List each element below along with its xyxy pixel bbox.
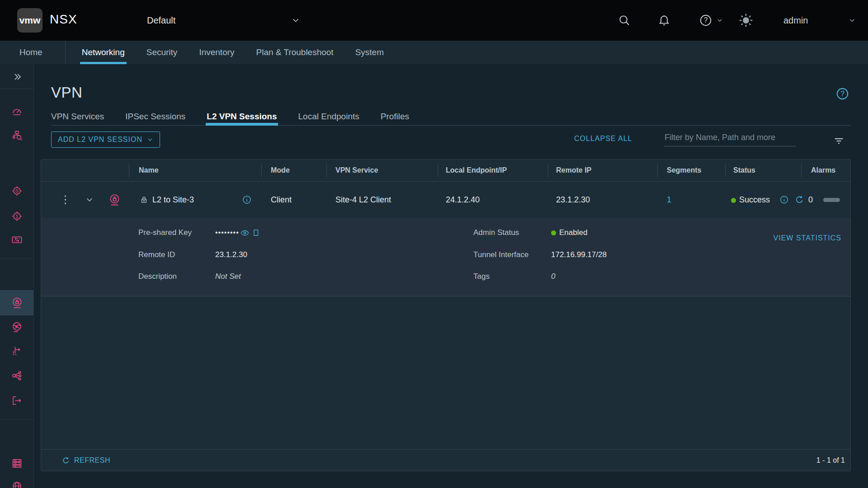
tab-profiles[interactable]: Profiles	[381, 108, 409, 125]
user-menu-chevron-icon[interactable]	[848, 16, 856, 24]
view-statistics-link[interactable]: VIEW STATISTICS	[774, 234, 841, 242]
sidebar-item-ip-pools[interactable]	[0, 453, 34, 473]
session-local-endpoint-ip: 24.1.2.40	[446, 182, 480, 218]
nav-item-plan-troubleshoot[interactable]: Plan & Troubleshoot	[245, 41, 344, 64]
vmware-logo-text: vmw	[19, 15, 41, 26]
add-l2-vpn-session-label: ADD L2 VPN SESSION	[58, 136, 142, 144]
tab-l2-vpn-sessions[interactable]: L2 VPN Sessions	[207, 108, 277, 125]
alarm-indicator-bar	[823, 198, 840, 202]
dns-globe-icon	[11, 480, 23, 488]
collapse-all-button[interactable]: COLLAPSE ALL	[574, 135, 632, 143]
column-header-mode[interactable]: Mode	[271, 160, 290, 181]
svg-text:1: 1	[15, 213, 18, 219]
tab-ipsec-sessions[interactable]: IPSec Sessions	[125, 108, 185, 125]
theme-brightness-icon[interactable]	[738, 12, 754, 28]
org-selector[interactable]: Default	[147, 0, 301, 41]
show-key-eye-icon[interactable]	[240, 228, 250, 238]
product-name: NSX	[50, 12, 77, 27]
pagination-info: 1 - 1 of 1	[816, 456, 845, 465]
sidebar-item-network-topology[interactable]	[0, 126, 34, 145]
tunnel-interface-value: 172.16.99.17/28	[551, 250, 607, 259]
table-header: Name Mode VPN Service Local Endpoint/IP …	[41, 160, 850, 181]
admin-status-value: Enabled	[551, 228, 587, 237]
session-segments-count[interactable]: 1	[667, 182, 671, 218]
remote-id-label: Remote ID	[138, 250, 175, 259]
nav-item-networking[interactable]: Networking	[71, 41, 136, 64]
description-value: Not Set	[215, 272, 241, 281]
filter-icon[interactable]	[833, 135, 845, 147]
status-info-icon[interactable]	[779, 195, 789, 205]
sidebar-item-ip-forwarding[interactable]	[0, 341, 34, 361]
copy-key-icon[interactable]	[251, 228, 260, 237]
sidebar-item-tier1-gateways[interactable]: 1	[0, 206, 34, 226]
tab-vpn-services[interactable]: VPN Services	[51, 108, 104, 125]
search-icon[interactable]	[618, 14, 631, 27]
tab-local-endpoints[interactable]: Local Endpoints	[298, 108, 359, 125]
refresh-icon	[61, 456, 71, 465]
vmware-logo[interactable]: vmw	[17, 8, 42, 33]
load-balancing-icon	[11, 370, 23, 382]
filter-input[interactable]	[664, 132, 796, 146]
name-info-icon[interactable]	[242, 195, 252, 205]
row-menu-kebab-icon[interactable]	[62, 194, 69, 206]
nav-item-home[interactable]: Home	[9, 41, 53, 64]
sidebar-divider	[0, 258, 34, 259]
nav-item-system[interactable]: System	[344, 41, 395, 64]
main-nav: Home Networking Security Inventory Plan …	[0, 41, 868, 64]
help-icon[interactable]: ?	[699, 14, 712, 27]
segments-icon	[11, 234, 23, 246]
page-help-icon[interactable]: ?	[835, 87, 849, 101]
side-nav: 0 1	[0, 64, 34, 488]
row-collapse-chevron-icon[interactable]	[85, 195, 94, 205]
sidebar-item-dns[interactable]	[0, 476, 34, 488]
user-menu[interactable]: admin	[783, 15, 808, 26]
sidebar-item-dashboard[interactable]	[0, 101, 34, 121]
session-remote-ip: 23.1.2.30	[556, 182, 590, 218]
column-header-local-endpoint[interactable]: Local Endpoint/IP	[446, 160, 507, 181]
description-label: Description	[138, 272, 177, 281]
enabled-green-dot	[551, 230, 556, 235]
refresh-button[interactable]: REFRESH	[61, 456, 110, 465]
nav-item-security[interactable]: Security	[136, 41, 189, 64]
sidebar-item-vpn[interactable]	[0, 290, 34, 315]
column-header-name[interactable]: Name	[139, 160, 159, 181]
column-header-vpn-service[interactable]: VPN Service	[335, 160, 378, 181]
sidebar-item-nat[interactable]	[0, 317, 34, 337]
svg-text:?: ?	[840, 89, 844, 98]
server-stack-icon	[11, 457, 23, 469]
column-header-alarms[interactable]: Alarms	[811, 160, 835, 181]
tags-value: 0	[551, 272, 555, 281]
nav-divider	[65, 41, 66, 64]
nav-item-inventory[interactable]: Inventory	[188, 41, 245, 64]
svg-text:0: 0	[15, 188, 18, 193]
l2-vpn-sessions-table: Name Mode VPN Service Local Endpoint/IP …	[41, 159, 851, 471]
svg-text:?: ?	[704, 16, 708, 24]
pre-shared-key-label: Pre-shared Key	[138, 228, 192, 237]
column-header-remote-ip[interactable]: Remote IP	[556, 160, 591, 181]
column-header-status[interactable]: Status	[733, 160, 755, 181]
notifications-bell-icon[interactable]	[657, 14, 671, 27]
sidebar-item-tier0-gateways[interactable]: 0	[0, 181, 34, 201]
alarms-count: 0	[808, 182, 813, 218]
table-row[interactable]: L2 to Site-3 Client Site-4 L2 Client 24.…	[41, 181, 850, 218]
help-chevron-icon[interactable]	[716, 17, 723, 24]
nat-globe-icon	[11, 321, 23, 333]
org-selector-value: Default	[147, 15, 175, 26]
sidebar-item-segments[interactable]	[0, 230, 34, 249]
session-name[interactable]: L2 to Site-3	[152, 182, 194, 218]
l2-vpn-session-type-icon	[108, 193, 121, 206]
dashboard-icon	[11, 105, 23, 117]
sidebar-item-forwarding-policies[interactable]	[0, 390, 34, 410]
session-status: Success	[731, 182, 770, 218]
alarms-refresh-icon[interactable]	[794, 195, 805, 205]
nsx-app: vmw NSX Default ?	[0, 0, 868, 488]
tier0-gateway-icon: 0	[11, 185, 23, 197]
sidebar-expand-button[interactable]	[0, 67, 34, 87]
sidebar-item-load-balancing[interactable]	[0, 366, 34, 385]
pre-shared-key-masked-value: ••••••••	[215, 229, 239, 237]
column-header-segments[interactable]: Segments	[667, 160, 701, 181]
add-l2-vpn-session-button[interactable]: ADD L2 VPN SESSION	[51, 131, 160, 148]
status-success-dot	[731, 198, 736, 203]
session-details-panel: Pre-shared Key •••••••• Remote ID 23.1.2…	[41, 218, 850, 296]
tunnel-interface-label: Tunnel Interface	[473, 250, 528, 259]
